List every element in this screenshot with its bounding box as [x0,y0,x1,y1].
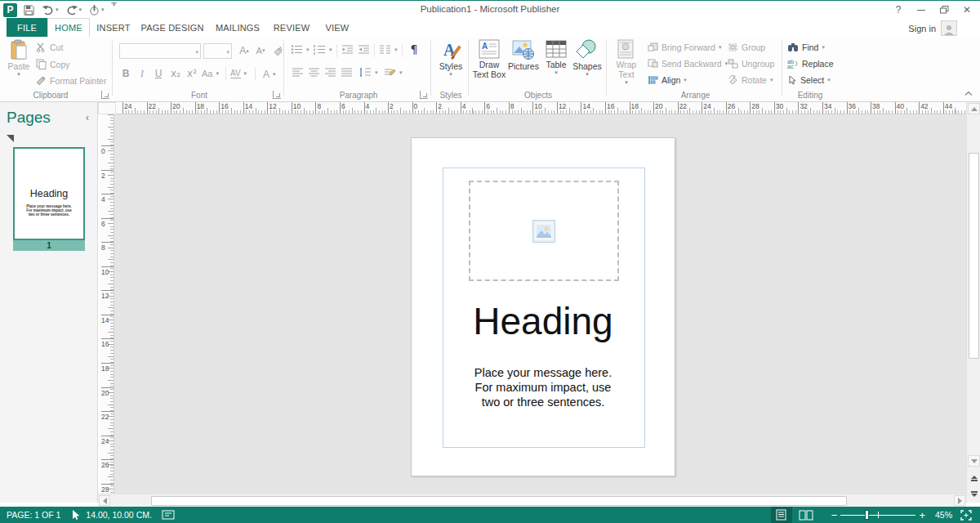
replace-button[interactable]: abac Replace [787,59,834,69]
picture-placeholder[interactable] [469,181,619,281]
restore-button[interactable] [933,2,956,18]
font-size-combobox[interactable]: ▾ [203,43,232,59]
numbering-button[interactable]: ▾ [314,44,332,55]
h-ruler-label: 38 [872,102,880,110]
table-button[interactable]: Table ▾ [541,39,571,75]
styles-icon: A [440,39,461,60]
line-spacing-icon [359,67,372,78]
collapse-ribbon-button[interactable] [964,88,973,98]
scroll-down-button[interactable] [968,455,980,467]
decrease-indent-button[interactable] [340,43,354,56]
paragraph-shading-button[interactable]: ▾ [384,67,403,78]
sign-in-button[interactable]: Sign in [908,20,957,36]
page-number-badge[interactable]: 1 [13,240,85,251]
h-ruler-label: 2 [438,102,442,110]
superscript-button[interactable]: x² [185,66,199,81]
tab-review[interactable]: REVIEW [268,18,315,37]
paragraph-dialog-launcher[interactable] [420,91,428,99]
scroll-up-button[interactable] [968,103,980,114]
picture-placeholder-icon[interactable] [532,220,555,243]
scroll-right-button[interactable] [954,495,965,506]
minimize-button[interactable] [910,2,933,18]
zoom-level[interactable]: 45% [935,510,952,520]
zoom-out-button[interactable]: − [831,509,838,521]
close-button[interactable]: ✕ [956,2,978,18]
group-button[interactable]: Group [728,42,765,52]
previous-page-button[interactable] [968,472,980,485]
tab-page-design[interactable]: PAGE DESIGN [137,18,207,37]
tab-view[interactable]: VIEW [318,18,356,37]
fit-page-button[interactable] [960,510,972,521]
shapes-button[interactable]: Shapes ▾ [571,39,604,77]
line-spacing-button[interactable]: ▾ [359,67,378,78]
underline-button[interactable]: U [152,66,165,81]
font-color-button[interactable]: A▾ [263,69,276,80]
v-ruler-label: 0 [101,147,105,155]
single-page-view-button[interactable] [771,507,792,523]
italic-button[interactable]: I [136,66,149,81]
ungroup-button[interactable]: Ungroup [728,59,774,69]
v-ruler: 0246810121416182022242628 [100,114,114,497]
pictures-button[interactable]: Pictures [507,39,540,71]
pane-sort-triangle[interactable] [7,135,14,142]
v-ruler-label: 4 [101,195,105,203]
body-text-box[interactable]: Place your message here. For maximum imp… [412,365,675,409]
tab-insert[interactable]: INSERT [92,18,135,37]
object-size-icon[interactable] [162,510,175,520]
zoom-in-button[interactable]: + [919,509,925,521]
grow-font-button[interactable]: A▴ [237,43,252,58]
h-ruler-label: 10 [534,102,541,110]
find-button[interactable]: Find ▾ [787,42,825,52]
subscript-button[interactable]: x₂ [168,66,183,81]
bullets-button[interactable]: ▾ [291,44,310,55]
two-page-view-button[interactable] [795,507,817,523]
page-indicator[interactable]: PAGE: 1 OF 1 [7,510,60,520]
clipboard-dialog-launcher[interactable] [101,91,109,99]
select-button[interactable]: Select ▾ [787,75,831,85]
zoom-slider[interactable] [840,507,915,523]
rotate-button[interactable]: Rotate ▾ [728,75,773,85]
document-canvas[interactable]: Heading Place your message here. For max… [114,114,966,494]
horizontal-scroll-thumb[interactable] [151,496,847,506]
tab-home[interactable]: HOME [47,18,90,37]
send-backward-button[interactable]: Send Backward ▾ [648,59,728,69]
tab-mailings[interactable]: MAILINGS [211,18,265,37]
publication-page[interactable]: Heading Place your message here. For max… [411,137,675,476]
scroll-left-button[interactable] [99,495,110,506]
next-page-button[interactable] [968,487,980,501]
align-button[interactable]: Align ▾ [648,75,687,85]
zoom-slider-thumb[interactable] [865,510,869,520]
styles-button[interactable]: A Styles ▾ [436,39,466,77]
format-painter-button[interactable]: Format Painter [36,75,106,86]
help-button[interactable]: ? [887,2,910,18]
columns-button[interactable]: ▾ [379,44,398,55]
align-center-button[interactable] [307,66,322,79]
wrap-text-button[interactable]: Wrap Text ▾ [611,39,642,85]
special-characters-button[interactable]: ¶ [407,42,421,56]
align-right-button[interactable] [323,66,338,79]
copy-button[interactable]: Copy [36,59,70,69]
align-left-button[interactable] [291,66,305,79]
vertical-scrollbar[interactable] [966,102,980,503]
page-thumbnail[interactable]: Heading Place your message here. For max… [13,147,85,240]
justify-button[interactable] [340,66,354,79]
horizontal-scrollbar[interactable] [98,494,966,507]
bring-forward-button[interactable]: Bring Forward ▾ [648,42,721,52]
shrink-font-button[interactable]: A▾ [253,43,268,58]
change-case-button[interactable]: Aa▾ [202,69,219,78]
cut-button[interactable]: Cut [36,42,63,52]
heading-text-box[interactable]: Heading [412,299,675,343]
character-spacing-button[interactable]: AV▾ [230,69,247,78]
avatar-icon [941,20,957,36]
collapse-pane-button[interactable]: ‹ [86,112,89,123]
draw-text-box-label: Draw Text Box [471,60,507,79]
font-name-combobox[interactable]: ▾ [119,43,201,59]
draw-text-box-button[interactable]: A Draw Text Box [471,39,507,79]
tab-file[interactable]: FILE [7,18,47,37]
wrap-text-label: Wrap Text [611,60,642,79]
bold-button[interactable]: B [119,66,132,81]
vertical-scroll-thumb[interactable] [969,153,979,359]
font-dialog-launcher[interactable] [273,91,281,99]
paste-button[interactable]: Paste ▾ [5,39,33,77]
increase-indent-button[interactable] [356,43,371,56]
